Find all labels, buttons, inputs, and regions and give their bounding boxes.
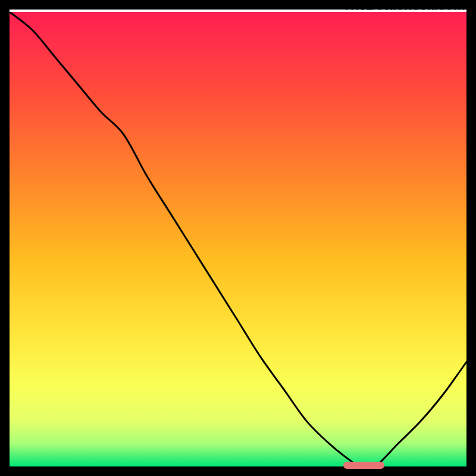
bottleneck-chart xyxy=(10,12,466,466)
optimal-range-marker xyxy=(343,462,384,469)
gradient-background xyxy=(10,12,466,466)
